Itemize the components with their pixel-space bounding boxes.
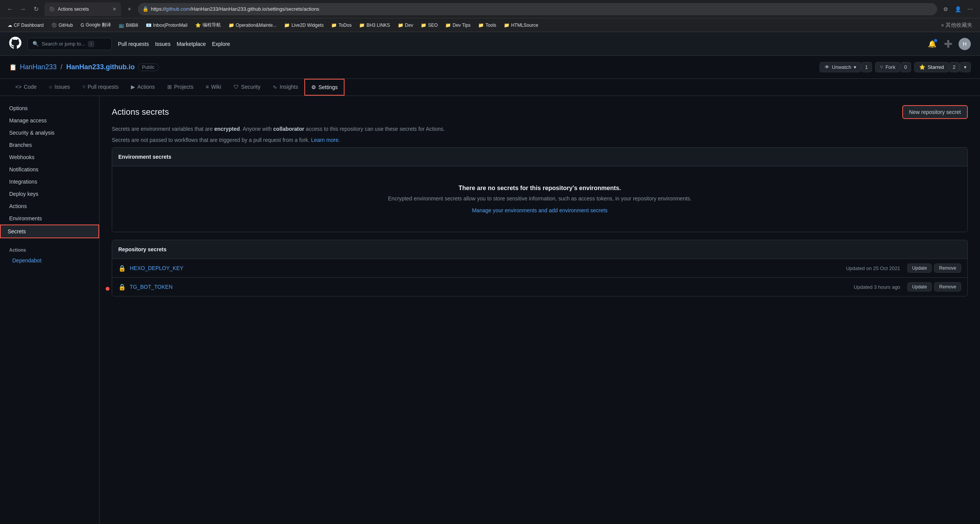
red-dot-indicator [106, 287, 109, 291]
secret-updated-tgbot: Updated 3 hours ago [854, 284, 900, 290]
tab-settings[interactable]: ⚙ Settings [304, 79, 345, 96]
sidebar-item-actions[interactable]: Actions [0, 200, 99, 212]
update-hexo-button[interactable]: Update [907, 264, 932, 273]
nav-explore[interactable]: Explore [212, 41, 230, 47]
bookmark-label: BiliBili [126, 23, 138, 28]
sidebar-item-deploy-keys[interactable]: Deploy keys [0, 188, 99, 200]
sidebar-item-integrations[interactable]: Integrations [0, 176, 99, 188]
tab-security[interactable]: 🛡 Security [227, 79, 267, 96]
manage-environments-link[interactable]: Manage your environments and add environ… [472, 207, 608, 213]
folder-icon-2: 📁 [284, 23, 290, 28]
bookmark-todos[interactable]: 📁 ToDos [328, 21, 354, 29]
learn-more-link[interactable]: Learn more. [311, 137, 340, 143]
sidebar-item-dependabot[interactable]: Dependabot [0, 254, 99, 267]
github-header: 🔍 Search or jump to... / Pull requests I… [0, 32, 980, 56]
unwatch-button[interactable]: 👁 Unwatch ▾ [820, 62, 861, 72]
search-bar[interactable]: 🔍 Search or jump to... / [28, 38, 112, 50]
sidebar-item-webhooks[interactable]: Webhooks [0, 151, 99, 163]
remove-hexo-button[interactable]: Remove [934, 264, 961, 273]
sidebar-item-security-analysis[interactable]: Security & analysis [0, 127, 99, 139]
github-logo[interactable] [9, 37, 21, 51]
new-tab-button[interactable]: + [124, 4, 135, 15]
bookmark-bh3[interactable]: 📁 BH3 LINKS [356, 21, 393, 29]
bookmark-tools[interactable]: 📁 Tools [475, 21, 499, 29]
bookmark-github[interactable]: ⚫ GitHub [48, 21, 76, 29]
tab-actions[interactable]: ▶ Actions [125, 79, 161, 96]
sidebar-item-branches[interactable]: Branches [0, 139, 99, 151]
forward-button[interactable]: → [18, 4, 28, 15]
nav-issues[interactable]: Issues [155, 41, 170, 47]
new-repository-secret-button[interactable]: New repository secret [902, 105, 968, 119]
browser-tab[interactable]: ⚫ Actions secrets ✕ [44, 2, 121, 16]
bookmark-devtips[interactable]: 📁 Dev Tips [442, 21, 474, 29]
bookmark-label: BH3 LINKS [366, 23, 390, 28]
code-icon: <> [15, 84, 21, 90]
bookmark-dev[interactable]: 📁 Dev [395, 21, 416, 29]
nav-marketplace[interactable]: Marketplace [176, 41, 206, 47]
bookmark-bilibili[interactable]: 📺 BiliBili [116, 21, 141, 29]
folder-icon: 📁 [229, 23, 234, 28]
update-tgbot-button[interactable]: Update [907, 282, 932, 291]
address-bar[interactable]: 🔒 https://github.com/HanHan233/HanHan233… [138, 3, 937, 15]
main-nav: Pull requests Issues Marketplace Explore [118, 41, 230, 47]
star-dropdown[interactable]: ▾ [960, 62, 971, 72]
more-options-button[interactable]: ⋯ [965, 4, 975, 15]
sidebar-item-notifications[interactable]: Notifications [0, 163, 99, 176]
repo-tabs: <> Code ○ Issues ⑂ Pull requests ▶ Actio… [0, 79, 980, 96]
remove-tgbot-button[interactable]: Remove [934, 282, 961, 291]
url-domain: github.com [166, 6, 190, 12]
bookmark-operation[interactable]: 📁 Operation&Mainte... [225, 21, 280, 29]
sidebar-item-options[interactable]: Options [0, 102, 99, 114]
repo-name-link[interactable]: HanHan233.github.io [66, 63, 135, 71]
url-path: /HanHan233/HanHan233.github.io/settings/… [190, 6, 320, 12]
cf-dashboard-icon: ☁ [8, 23, 12, 28]
security-icon: 🛡 [234, 84, 239, 90]
tools-folder-icon: 📁 [478, 23, 484, 28]
tab-wiki[interactable]: ≡ Wiki [199, 79, 227, 96]
tab-title: Actions secrets [58, 7, 109, 12]
dev-folder-icon: 📁 [398, 23, 403, 28]
fork-button[interactable]: ⑂ Fork [875, 62, 900, 72]
settings-sidebar: Options Manage access Security & analysi… [0, 96, 100, 524]
more-bookmarks-button[interactable]: » 其他收藏夹 [938, 20, 975, 30]
star-button[interactable]: ⭐ Starred [914, 62, 949, 72]
back-button[interactable]: ← [5, 4, 15, 15]
tab-pull-requests[interactable]: ⑂ Pull requests [76, 79, 125, 96]
repo-secrets-title: Repository secrets [118, 246, 167, 252]
sidebar-item-environments[interactable]: Environments [0, 212, 99, 225]
tab-close-button[interactable]: ✕ [113, 7, 116, 12]
sidebar-item-manage-access[interactable]: Manage access [0, 114, 99, 127]
bookmark-protonmail[interactable]: 📧 Inbox|ProtonMail [143, 21, 191, 29]
bookmark-label: Inbox|ProtonMail [153, 23, 188, 28]
bookmark-biancheng[interactable]: ⭐ 编程导航 [192, 20, 224, 30]
bookmark-label: CF Dashboard [14, 23, 44, 28]
refresh-button[interactable]: ↻ [31, 4, 41, 15]
env-secrets-empty-state: There are no secrets for this repository… [112, 166, 967, 232]
nav-pull-requests[interactable]: Pull requests [118, 41, 149, 47]
create-button[interactable]: ➕ [942, 38, 954, 50]
tab-code[interactable]: <> Code [9, 79, 43, 96]
bookmark-cf-dashboard[interactable]: ☁ CF Dashboard [5, 21, 47, 29]
eye-icon: 👁 [825, 64, 830, 70]
description-fork: Secrets are not passed to workflows that… [112, 136, 968, 144]
bookmark-htmlsource[interactable]: 📁 HTMLSource [501, 21, 541, 29]
repo-secrets-header: Repository secrets [112, 240, 967, 259]
lock-icon-hexo: 🔒 [118, 265, 126, 272]
profile-button[interactable]: 👤 [952, 4, 963, 15]
devtips-folder-icon: 📁 [445, 23, 451, 28]
bookmark-label: Google 翻译 [86, 22, 111, 28]
bookmark-google-translate[interactable]: G Google 翻译 [77, 20, 114, 30]
tab-projects[interactable]: ⊞ Projects [161, 79, 200, 96]
tab-issues[interactable]: ○ Issues [43, 79, 76, 96]
bookmark-seo[interactable]: 📁 SEO [418, 21, 441, 29]
bookmark-live2d[interactable]: 📁 Live2D Widgets [281, 21, 327, 29]
user-avatar[interactable]: H [959, 38, 971, 50]
repo-owner-link[interactable]: HanHan233 [20, 63, 57, 71]
extensions-button[interactable]: ⚙ [940, 4, 951, 15]
tab-label: Issues [54, 84, 70, 90]
sidebar-item-secrets[interactable]: Secrets [0, 225, 99, 238]
secret-name-hexo: HEXO_DEPLOY_KEY [130, 265, 846, 271]
secret-updated-hexo: Updated on 25 Oct 2021 [846, 265, 900, 271]
tab-insights[interactable]: ∿ Insights [266, 79, 304, 96]
notifications-button[interactable]: 🔔 [926, 38, 938, 50]
